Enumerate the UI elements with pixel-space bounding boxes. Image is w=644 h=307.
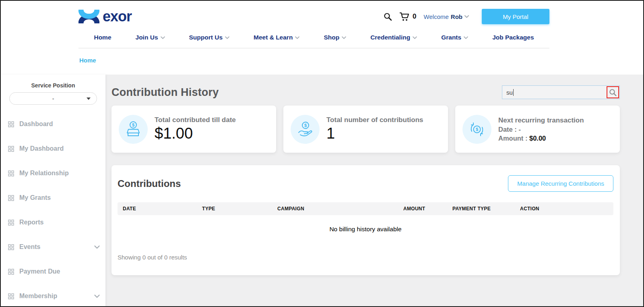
grid-icon bbox=[8, 146, 14, 152]
breadcrumb[interactable]: Home bbox=[79, 48, 643, 64]
chevron-down-icon bbox=[161, 36, 165, 39]
main-content: Contribution History su $ bbox=[105, 75, 643, 306]
sidebar-item-dashboard[interactable]: Dashboard bbox=[1, 118, 105, 130]
stat-card-total-contributed: $ Total contributed till date $1.00 bbox=[111, 106, 276, 153]
sidebar-item-my-grants[interactable]: My Grants bbox=[1, 192, 105, 204]
empty-table-message: No billing history available bbox=[118, 226, 613, 233]
chevron-down-icon bbox=[413, 36, 417, 39]
chevron-down-icon bbox=[94, 245, 100, 249]
nav-item-shop[interactable]: Shop bbox=[324, 34, 346, 41]
stat-card-total-contributions: $ Total number of contributions 1 bbox=[283, 106, 448, 153]
logo-x-icon bbox=[78, 7, 99, 26]
grid-icon bbox=[8, 170, 14, 176]
service-position-label: Service Position bbox=[1, 82, 105, 89]
nav-item-grants[interactable]: Grants bbox=[441, 34, 468, 41]
cart-button[interactable]: 0 bbox=[399, 12, 416, 21]
header-search-icon[interactable] bbox=[384, 12, 392, 21]
service-position-select[interactable]: - bbox=[9, 92, 97, 105]
table-header-row: DATE TYPE CAMPAIGN AMOUNT PAYMENT TYPE A… bbox=[118, 202, 613, 215]
grid-icon bbox=[8, 293, 14, 299]
nav-item-meet-learn[interactable]: Meet & Learn bbox=[254, 34, 299, 41]
grid-icon bbox=[8, 220, 14, 226]
user-menu[interactable]: Welcome Rob bbox=[424, 13, 469, 20]
nav-item-home[interactable]: Home bbox=[94, 34, 111, 41]
cart-icon bbox=[399, 12, 410, 21]
logo-text: exor bbox=[103, 8, 132, 25]
icon-circle: $ bbox=[462, 115, 491, 144]
card-value: $1.00 bbox=[155, 125, 236, 142]
main-nav: Home Join Us Support Us Meet & Learn Sho… bbox=[78, 27, 549, 48]
contributions-panel: Contributions Manage Recurring Contribut… bbox=[111, 165, 620, 275]
results-summary: Showing 0 out of 0 results bbox=[118, 254, 613, 261]
site-header: exor 0 Welcome Rob My Portal bbox=[1, 1, 643, 75]
card-label: Total contributed till date bbox=[155, 116, 236, 124]
cart-count: 0 bbox=[413, 12, 416, 21]
amount-value: $0.00 bbox=[529, 135, 546, 142]
sidebar-item-my-dashboard[interactable]: My Dashboard bbox=[1, 143, 105, 155]
icon-circle: $ bbox=[291, 115, 320, 144]
nav-item-job-packages[interactable]: Job Packages bbox=[492, 34, 534, 41]
svg-text:$: $ bbox=[476, 127, 478, 132]
sidebar-item-reports[interactable]: Reports bbox=[1, 216, 105, 228]
grid-icon bbox=[8, 244, 14, 250]
card-value: 1 bbox=[326, 125, 423, 142]
stat-card-next-recurring: $ Next recurring transaction Date : - Am… bbox=[455, 106, 620, 153]
sidebar-item-events[interactable]: Events bbox=[1, 241, 105, 253]
chevron-down-icon bbox=[225, 36, 229, 39]
page: exor 0 Welcome Rob My Portal bbox=[0, 0, 644, 307]
grid-icon bbox=[8, 269, 14, 275]
nav-item-support-us[interactable]: Support Us bbox=[189, 34, 230, 41]
search-input[interactable]: su bbox=[502, 89, 607, 96]
icon-circle: $ bbox=[119, 115, 148, 144]
recurring-transaction-icon: $ bbox=[468, 120, 486, 138]
card-label: Next recurring transaction bbox=[498, 116, 584, 124]
column-header-type: TYPE bbox=[197, 206, 272, 212]
chevron-down-icon bbox=[94, 295, 100, 298]
nav-item-join-us[interactable]: Join Us bbox=[136, 34, 165, 41]
card-label: Total number of contributions bbox=[326, 116, 423, 124]
svg-text:$: $ bbox=[304, 123, 307, 128]
sidebar-item-membership[interactable]: Membership bbox=[1, 290, 105, 302]
contributions-title: Contributions bbox=[118, 178, 181, 189]
chevron-down-icon bbox=[464, 36, 468, 39]
column-header-action: ACTION bbox=[515, 206, 613, 212]
card-amount-line: Amount : $0.00 bbox=[498, 135, 584, 142]
sidebar: Service Position - Dashboard My Dashboar… bbox=[1, 75, 105, 306]
column-header-date: DATE bbox=[118, 206, 197, 212]
user-name: Rob bbox=[451, 13, 462, 20]
grid-icon bbox=[8, 195, 14, 201]
my-portal-button[interactable]: My Portal bbox=[482, 9, 549, 24]
search-icon bbox=[609, 89, 617, 96]
svg-text:$: $ bbox=[132, 122, 134, 127]
column-header-campaign: CAMPAIGN bbox=[272, 206, 398, 212]
sidebar-item-my-relationship[interactable]: My Relationship bbox=[1, 167, 105, 179]
search-box: su bbox=[502, 85, 620, 99]
nav-item-credentialing[interactable]: Credentialing bbox=[370, 34, 417, 41]
chevron-down-icon bbox=[342, 36, 346, 39]
logo[interactable]: exor bbox=[78, 7, 132, 26]
column-header-amount: AMOUNT bbox=[398, 206, 447, 212]
donation-box-icon: $ bbox=[124, 120, 142, 138]
sidebar-item-payment-due[interactable]: Payment Due bbox=[1, 266, 105, 278]
column-header-payment-type: PAYMENT TYPE bbox=[447, 206, 515, 212]
welcome-label: Welcome bbox=[424, 13, 449, 20]
manage-recurring-contributions-button[interactable]: Manage Recurring Contributions bbox=[508, 175, 613, 192]
search-button[interactable] bbox=[607, 86, 619, 98]
select-caret-icon bbox=[87, 97, 91, 100]
grid-icon bbox=[8, 121, 14, 127]
page-title: Contribution History bbox=[111, 86, 219, 99]
card-date-line: Date : - bbox=[498, 126, 584, 133]
hand-coin-icon: $ bbox=[296, 120, 314, 138]
chevron-down-icon bbox=[464, 15, 469, 18]
text-cursor bbox=[513, 89, 514, 96]
chevron-down-icon bbox=[295, 36, 299, 39]
